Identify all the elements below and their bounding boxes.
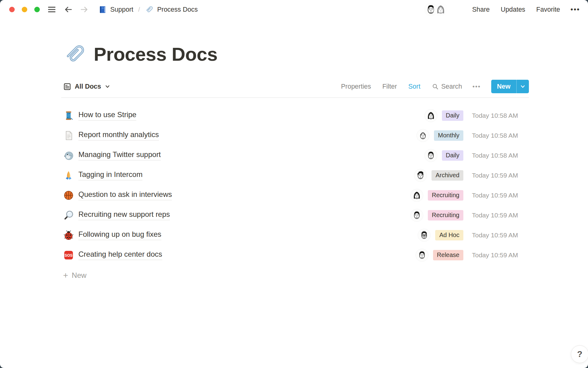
table-row[interactable]: How to use Stripe Daily Today 10:58 AM: [61, 105, 529, 125]
tag-badge: Ad Hoc: [435, 230, 463, 240]
collaborator-avatar-woman[interactable]: [434, 2, 448, 17]
add-new-row-label: New: [72, 271, 86, 280]
breadcrumb-process-docs-label: Process Docs: [157, 6, 198, 13]
avatar: [418, 229, 430, 241]
view-label: All Docs: [75, 83, 101, 90]
search-label: Search: [441, 83, 462, 90]
page-paperclip-icon[interactable]: [63, 42, 88, 66]
minimize-window-button[interactable]: [22, 7, 27, 12]
table-row[interactable]: Report monthly analytics Monthly Today 1…: [61, 125, 529, 145]
topbar-actions: Share Updates Favorite •••: [424, 2, 580, 17]
doc-title-link[interactable]: Creating help center docs: [78, 250, 162, 260]
forward-icon[interactable]: [80, 6, 89, 13]
breadcrumb: Support / Process Docs: [96, 4, 200, 15]
page-title[interactable]: Process Docs: [94, 43, 217, 65]
favorite-button[interactable]: Favorite: [536, 6, 560, 13]
more-options-icon[interactable]: •••: [571, 7, 580, 12]
row-tag-group: Daily: [362, 109, 463, 122]
row-emoji-icon: [63, 170, 74, 181]
doc-title-link[interactable]: Question to ask in interviews: [78, 190, 172, 201]
new-button-chevron-icon[interactable]: [517, 80, 529, 93]
docs-table: How to use Stripe Daily Today 10:58 AM R…: [61, 105, 529, 265]
edited-time: Today 10:59 AM: [472, 172, 529, 179]
table-row[interactable]: Managing Twitter support Daily Today 10:…: [61, 145, 529, 165]
row-tag-group: Ad Hoc: [362, 229, 463, 241]
table-row[interactable]: SOS Creating help center docs Release To…: [61, 245, 529, 265]
search-button[interactable]: Search: [432, 83, 462, 90]
page-content: Process Docs All Docs Properties Filter …: [61, 19, 529, 283]
edited-time: Today 10:58 AM: [472, 152, 529, 159]
breadcrumb-support[interactable]: Support: [96, 4, 135, 15]
row-tag-group: Recruiting: [362, 189, 463, 201]
breadcrumb-support-label: Support: [110, 6, 133, 13]
list-view-icon: [63, 82, 71, 91]
table-row[interactable]: Following up on bug fixes Ad Hoc Today 1…: [61, 225, 529, 245]
row-emoji-icon: [63, 150, 74, 161]
edited-time: Today 10:58 AM: [472, 112, 529, 119]
row-emoji-icon: [63, 230, 74, 241]
help-button[interactable]: ?: [571, 345, 588, 363]
toolbar-more-icon[interactable]: •••: [473, 83, 481, 90]
topbar: Support / Process Docs Share Updates Fav…: [0, 0, 588, 19]
doc-title-link[interactable]: Managing Twitter support: [78, 150, 161, 161]
edited-time: Today 10:59 AM: [472, 251, 529, 259]
row-tag-group: Archived: [362, 169, 463, 182]
share-button[interactable]: Share: [472, 6, 490, 13]
zoom-window-button[interactable]: [34, 7, 40, 12]
avatar: [416, 249, 428, 261]
row-tag-group: Monthly: [362, 129, 463, 142]
table-row[interactable]: Tagging in Intercom Archived Today 10:59…: [61, 165, 529, 185]
table-row[interactable]: Recruiting new support reps Recruiting T…: [61, 205, 529, 225]
chevron-down-icon: [104, 83, 111, 90]
page-title-row: Process Docs: [61, 42, 529, 66]
row-tag-group: Recruiting: [362, 209, 463, 221]
view-switcher-all-docs[interactable]: All Docs: [61, 82, 111, 91]
doc-title-link[interactable]: How to use Stripe: [78, 110, 136, 121]
breadcrumb-process-docs[interactable]: Process Docs: [143, 4, 200, 15]
search-icon: [432, 83, 439, 90]
doc-title-link[interactable]: Report monthly analytics: [78, 130, 159, 141]
row-tag-group: Release: [362, 249, 463, 261]
blue-book-icon: [98, 5, 107, 14]
updates-button[interactable]: Updates: [501, 6, 525, 13]
sidebar-toggle-icon[interactable]: [47, 6, 57, 13]
row-emoji-icon: [63, 130, 74, 141]
doc-title-link[interactable]: Recruiting new support reps: [78, 210, 170, 220]
tag-badge: Recruiting: [428, 210, 463, 220]
new-button[interactable]: New: [491, 80, 529, 93]
collaborator-avatars[interactable]: [424, 2, 448, 17]
avatar: [411, 189, 423, 201]
avatar: [417, 129, 429, 142]
doc-title-link[interactable]: Tagging in Intercom: [78, 170, 142, 181]
properties-button[interactable]: Properties: [341, 83, 371, 90]
tag-badge: Daily: [442, 150, 463, 161]
svg-text:SOS: SOS: [65, 253, 73, 258]
filter-button[interactable]: Filter: [382, 83, 397, 90]
row-emoji-icon: [63, 210, 74, 221]
window-controls: [9, 7, 40, 12]
row-emoji-icon: [63, 190, 74, 201]
edited-time: Today 10:59 AM: [472, 192, 529, 199]
doc-title-link[interactable]: Following up on bug fixes: [78, 230, 161, 240]
row-emoji-icon: [63, 110, 74, 121]
add-new-row-button[interactable]: + New: [61, 268, 529, 283]
database-toolbar: All Docs Properties Filter Sort Search •…: [61, 80, 529, 98]
back-icon[interactable]: [64, 6, 73, 13]
close-window-button[interactable]: [9, 7, 15, 12]
sort-button[interactable]: Sort: [408, 83, 420, 90]
breadcrumb-separator: /: [138, 6, 140, 13]
row-emoji-icon: SOS: [63, 250, 74, 261]
tag-badge: Recruiting: [428, 190, 463, 201]
row-tag-group: Daily: [362, 149, 463, 162]
table-row[interactable]: Question to ask in interviews Recruiting…: [61, 185, 529, 205]
tag-badge: Release: [433, 250, 463, 260]
avatar: [414, 169, 427, 182]
plus-icon: +: [63, 271, 68, 280]
toolbar-right: Properties Filter Sort Search ••• New: [330, 80, 529, 93]
tag-badge: Daily: [442, 110, 463, 121]
edited-time: Today 10:59 AM: [472, 212, 529, 219]
new-button-label[interactable]: New: [491, 80, 516, 93]
avatar: [425, 109, 437, 122]
notion-window: Support / Process Docs Share Updates Fav…: [0, 0, 588, 368]
edited-time: Today 10:58 AM: [472, 132, 529, 139]
